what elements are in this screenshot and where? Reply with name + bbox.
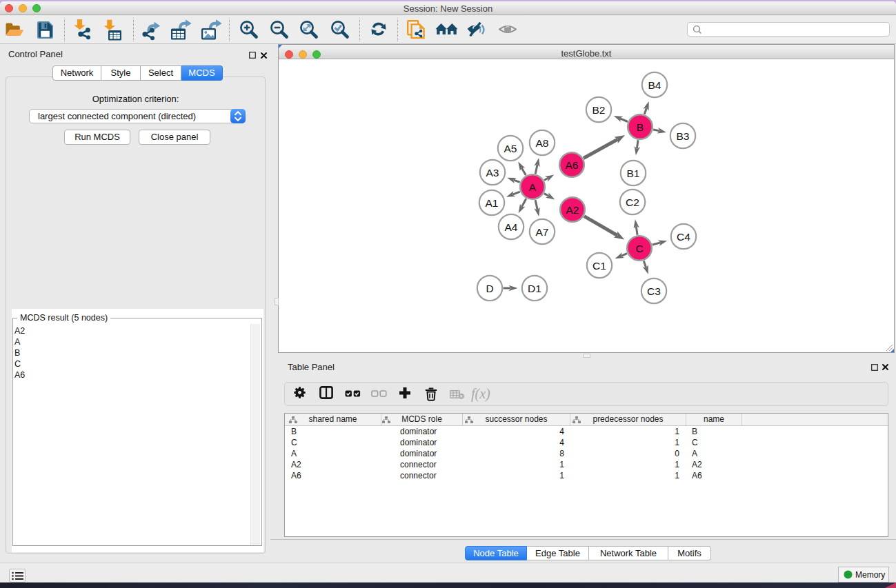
svg-text:C4: C4	[677, 231, 690, 243]
svg-text:B3: B3	[677, 130, 690, 142]
svg-text:A5: A5	[504, 143, 517, 154]
svg-text:C2: C2	[626, 196, 639, 208]
svg-text:A2: A2	[566, 204, 579, 216]
svg-text:C3: C3	[647, 285, 661, 297]
svg-text:B: B	[637, 121, 644, 133]
svg-text:A1: A1	[486, 197, 499, 209]
svg-text:B1: B1	[627, 168, 640, 179]
svg-text:A6: A6	[566, 159, 579, 171]
svg-text:B2: B2	[593, 104, 606, 116]
svg-text:A4: A4	[505, 221, 518, 233]
svg-text:A7: A7	[536, 226, 549, 238]
svg-text:A: A	[529, 181, 537, 193]
svg-text:B4: B4	[648, 79, 661, 91]
svg-text:C: C	[635, 243, 643, 254]
svg-text:D1: D1	[528, 283, 541, 294]
svg-text:D: D	[486, 283, 493, 294]
svg-text:A3: A3	[486, 167, 499, 179]
svg-text:C1: C1	[593, 260, 606, 272]
svg-text:A8: A8	[536, 137, 549, 149]
